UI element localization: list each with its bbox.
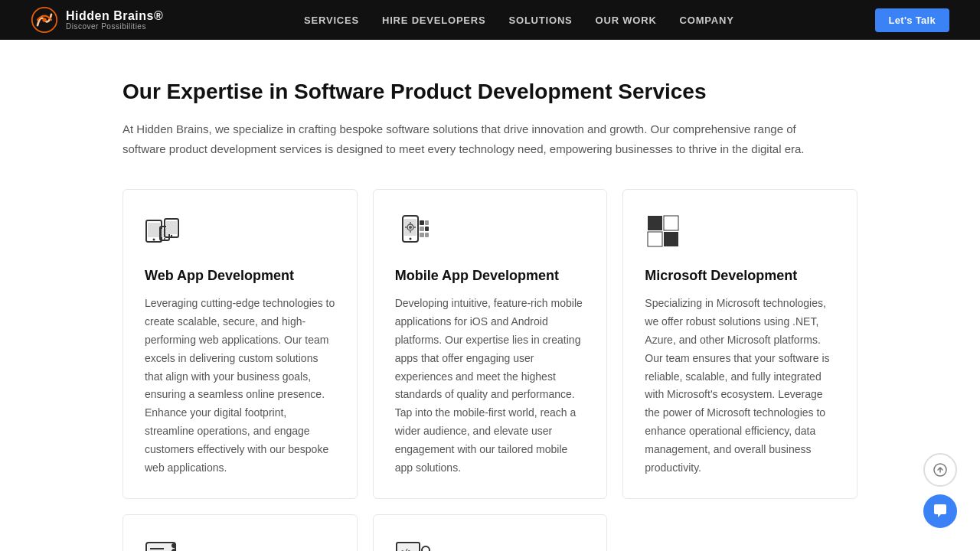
hire-teams-icon: </> <box>395 538 586 551</box>
frontend-icon: </> <box>145 538 335 551</box>
svg-point-4 <box>153 239 155 241</box>
logo-brand-text: Hidden Brains® <box>66 9 163 23</box>
top-cards-grid: Web App Development Leveraging cutting-e… <box>122 189 858 499</box>
svg-rect-26 <box>648 216 662 230</box>
nav-links: SERVICES HIRE DEVELOPERS SOLUTIONS OUR W… <box>304 13 734 27</box>
scroll-to-top-button[interactable] <box>923 453 957 487</box>
navbar: Hidden Brains® Discover Possibilities SE… <box>0 0 980 40</box>
nav-link-services[interactable]: SERVICES <box>304 15 359 26</box>
svg-rect-20 <box>420 220 424 225</box>
svg-rect-9 <box>166 221 177 234</box>
microsoft-icon <box>645 213 835 254</box>
svg-rect-25 <box>425 233 429 237</box>
svg-rect-21 <box>420 227 424 231</box>
mobile-app-desc: Developing intuitive, feature-rich mobil… <box>395 295 586 477</box>
svg-rect-31 <box>148 544 174 551</box>
card-hire-teams: </> Hire Dedicated Development Teams Off… <box>373 514 608 551</box>
microsoft-desc: Specializing in Microsoft technologies, … <box>645 295 835 477</box>
card-microsoft: Microsoft Development Specializing in Mi… <box>622 189 858 499</box>
svg-text:</>: </> <box>399 548 413 551</box>
logo[interactable]: Hidden Brains® Discover Possibilities <box>31 6 163 34</box>
svg-rect-24 <box>425 227 429 231</box>
svg-rect-27 <box>664 216 678 230</box>
svg-rect-3 <box>148 223 160 237</box>
up-arrow-icon <box>933 463 947 477</box>
lets-talk-button[interactable]: Let's Talk <box>875 8 949 32</box>
web-app-title: Web App Development <box>145 268 335 284</box>
microsoft-title: Microsoft Development <box>645 268 835 284</box>
svg-point-13 <box>409 238 411 240</box>
svg-point-37 <box>172 543 176 548</box>
svg-rect-29 <box>664 232 678 246</box>
card-mobile-app: Mobile App Development Developing intuit… <box>373 189 608 499</box>
nav-link-hire-developers[interactable]: HIRE DEVELOPERS <box>382 15 486 26</box>
logo-tagline-text: Discover Possibilities <box>66 22 163 31</box>
chat-icon <box>933 504 948 519</box>
nav-link-solutions[interactable]: SOLUTIONS <box>509 15 573 26</box>
card-web-app: Web App Development Leveraging cutting-e… <box>122 189 358 499</box>
mobile-app-title: Mobile App Development <box>395 268 586 284</box>
nav-link-company[interactable]: COMPANY <box>680 15 734 26</box>
section-title: Our Expertise in Software Product Develo… <box>122 78 858 106</box>
card-empty <box>622 514 858 551</box>
web-app-desc: Leveraging cutting-edge technologies to … <box>145 295 335 477</box>
svg-rect-28 <box>648 232 662 246</box>
nav-link-our-work[interactable]: OUR WORK <box>596 15 657 26</box>
svg-rect-23 <box>425 220 429 225</box>
logo-icon <box>31 6 58 34</box>
svg-point-15 <box>409 226 412 229</box>
section-description: At Hidden Brains, we specialize in craft… <box>122 119 812 158</box>
svg-point-41 <box>422 546 430 551</box>
svg-point-1 <box>42 18 46 21</box>
web-app-icon <box>145 213 335 254</box>
svg-point-7 <box>164 238 165 240</box>
main-content: Our Expertise in Software Product Develo… <box>0 40 980 551</box>
chat-button[interactable] <box>923 494 957 528</box>
svg-rect-22 <box>420 233 424 237</box>
floating-buttons <box>923 453 957 528</box>
mobile-app-icon <box>395 213 586 254</box>
svg-point-10 <box>171 235 172 236</box>
card-frontend: </> Front End Development Creating visua… <box>122 514 358 551</box>
